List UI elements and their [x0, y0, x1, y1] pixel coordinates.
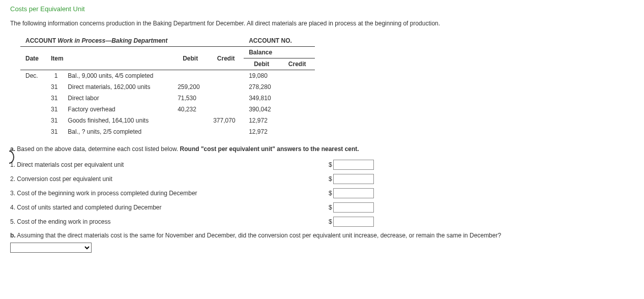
cell-balance-credit: [279, 104, 315, 115]
col-header-balance-credit: Credit: [279, 58, 315, 70]
cell-debit: 71,530: [172, 93, 208, 104]
cell-balance-debit: 278,280: [244, 81, 279, 93]
account-name: Work in Process—Baking Department: [57, 37, 167, 44]
account-no-label: ACCOUNT NO.: [244, 35, 315, 47]
dm-cost-per-eu-input[interactable]: [333, 160, 374, 170]
cell-item: Factory overhead: [63, 104, 172, 115]
answer-label-text: Direct materials cost per equivalent uni…: [17, 161, 124, 168]
account-label-cell: ACCOUNT Work in Process—Baking Departmen…: [20, 35, 172, 47]
answer-num: 5.: [10, 218, 15, 225]
table-row: 31 Direct materials, 162,000 units 259,2…: [20, 81, 315, 93]
table-row: 31 Bal., ? units, 2/5 completed 12,972: [20, 126, 315, 137]
dollar-sign: $: [329, 161, 332, 168]
cell-date: [20, 81, 46, 93]
part-a-question: a. Based on the above data, determine ea…: [10, 144, 634, 154]
cell-debit: 40,232: [172, 104, 208, 115]
account-label: ACCOUNT: [25, 37, 56, 44]
table-row: 31 Direct labor 71,530 349,810: [20, 93, 315, 104]
cell-item: Direct materials, 162,000 units: [63, 81, 172, 93]
ending-wip-cost-input[interactable]: [333, 217, 374, 227]
col-header-item: Item: [46, 47, 172, 70]
cell-day: 31: [46, 104, 63, 115]
cell-day: 31: [46, 126, 63, 137]
account-ledger-table: ACCOUNT Work in Process—Baking Departmen…: [20, 35, 315, 137]
answer-label-text: Cost of units started and completed duri…: [17, 204, 161, 211]
answer-row-3: 3. Cost of the beginning work in process…: [10, 188, 634, 198]
dollar-sign: $: [329, 175, 332, 183]
cell-day: 1: [46, 70, 63, 82]
answer-row-4: 4. Cost of units started and completed d…: [10, 202, 634, 213]
started-completed-cost-input[interactable]: [333, 202, 374, 213]
cell-balance-debit: 12,972: [244, 115, 279, 126]
answer-row-5: 5. Cost of the ending work in process $: [10, 217, 634, 227]
answer-row-2: 2. Conversion cost per equivalent unit $: [10, 174, 634, 184]
conversion-cost-per-eu-input[interactable]: [333, 174, 374, 184]
cell-balance-debit: 12,972: [244, 126, 279, 137]
answer-num: 2.: [10, 175, 15, 183]
cell-item: Goods finished, 164,100 units: [63, 115, 172, 126]
cell-credit: [208, 93, 244, 104]
cell-credit: 377,070: [208, 115, 244, 126]
cell-balance-credit: [279, 115, 315, 126]
cell-balance-credit: [279, 93, 315, 104]
cell-day: 31: [46, 115, 63, 126]
cell-balance-credit: [279, 70, 315, 82]
cell-credit: [208, 126, 244, 137]
cell-date: [20, 126, 46, 137]
cell-debit: [172, 70, 208, 82]
col-header-date: Date: [20, 47, 46, 70]
decorative-edge-curve: [4, 151, 14, 164]
cell-item: Bal., ? units, 2/5 completed: [63, 126, 172, 137]
cell-credit: [208, 81, 244, 93]
answer-label-text: Conversion cost per equivalent unit: [17, 175, 112, 183]
part-a-bold: Round "cost per equivalent unit" answers…: [180, 145, 359, 153]
table-row: 31 Factory overhead 40,232 390,042: [20, 104, 315, 115]
cell-balance-debit: 390,042: [244, 104, 279, 115]
page-title: Costs per Equivalent Unit: [10, 5, 634, 13]
answers-block: 1. Direct materials cost per equivalent …: [10, 160, 634, 227]
part-b-text: Assuming that the direct materials cost …: [17, 232, 501, 239]
beginning-wip-cost-input[interactable]: [333, 188, 374, 198]
cell-day: 31: [46, 93, 63, 104]
answer-label-text: Cost of the ending work in process: [17, 218, 110, 225]
answer-num: 4.: [10, 204, 15, 211]
cell-debit: [172, 115, 208, 126]
dollar-sign: $: [329, 218, 332, 225]
cell-balance-debit: 19,080: [244, 70, 279, 82]
cell-date: [20, 104, 46, 115]
part-b-answer-select[interactable]: [10, 243, 92, 253]
col-header-balance-debit: Debit: [244, 58, 279, 70]
dollar-sign: $: [329, 204, 332, 211]
cell-balance-credit: [279, 81, 315, 93]
part-a-text-before: Based on the above data, determine each …: [17, 145, 180, 153]
cell-item: Direct labor: [63, 93, 172, 104]
dollar-sign: $: [329, 190, 332, 197]
table-row: 31 Goods finished, 164,100 units 377,070…: [20, 115, 315, 126]
part-b-question: b. Assuming that the direct materials co…: [10, 231, 634, 241]
part-b-label: b.: [10, 232, 16, 239]
cell-date: [20, 93, 46, 104]
cell-balance-credit: [279, 126, 315, 137]
table-row: Dec. 1 Bal., 9,000 units, 4/5 completed …: [20, 70, 315, 82]
col-header-debit: Debit: [172, 47, 208, 70]
cell-day: 31: [46, 81, 63, 93]
intro-text: The following information concerns produ…: [10, 19, 634, 28]
cell-debit: 259,200: [172, 81, 208, 93]
answer-label-text: Cost of the beginning work in process co…: [17, 190, 197, 197]
cell-item: Bal., 9,000 units, 4/5 completed: [63, 70, 172, 82]
cell-credit: [208, 104, 244, 115]
cell-date: [20, 115, 46, 126]
col-header-credit: Credit: [208, 47, 244, 70]
cell-debit: [172, 126, 208, 137]
answer-num: 3.: [10, 190, 15, 197]
col-header-balance: Balance: [244, 47, 315, 58]
cell-date: Dec.: [20, 70, 46, 82]
answer-row-1: 1. Direct materials cost per equivalent …: [10, 160, 634, 170]
cell-balance-debit: 349,810: [244, 93, 279, 104]
cell-credit: [208, 70, 244, 82]
